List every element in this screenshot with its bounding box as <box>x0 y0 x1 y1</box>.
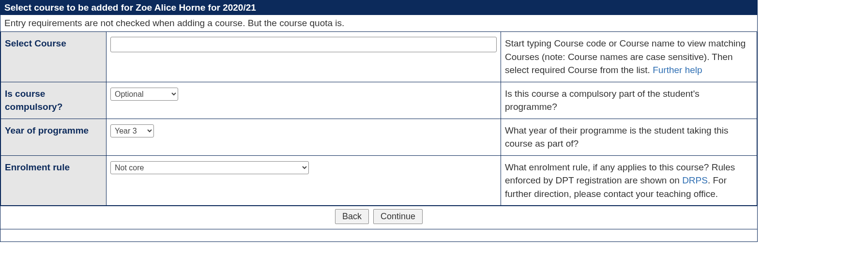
intro-text: Entry requirements are not checked when … <box>0 15 757 31</box>
help-text-select-course: Start typing Course code or Course name … <box>505 38 746 75</box>
form-table: Select Course Start typing Course code o… <box>0 31 757 206</box>
control-enrolment: Not core <box>107 155 501 206</box>
panel-title: Select course to be added for Zoe Alice … <box>0 0 757 15</box>
label-select-course: Select Course <box>1 32 107 82</box>
year-select[interactable]: Year 3 <box>110 124 154 137</box>
help-enrolment: What enrolment rule, if any applies to t… <box>501 155 757 206</box>
compulsory-select[interactable]: Optional <box>110 88 178 101</box>
further-help-link[interactable]: Further help <box>653 65 702 75</box>
control-compulsory: Optional <box>107 82 501 119</box>
control-year: Year 3 <box>107 119 501 155</box>
row-year: Year of programme Year 3 What year of th… <box>1 119 757 155</box>
button-row: Back Continue <box>0 206 757 229</box>
help-select-course: Start typing Course code or Course name … <box>501 32 757 82</box>
help-year: What year of their programme is the stud… <box>501 119 757 155</box>
course-search-input[interactable] <box>110 37 497 52</box>
footer-strip <box>0 229 757 241</box>
row-compulsory: Is course compulsory? Optional Is this c… <box>1 82 757 119</box>
continue-button[interactable]: Continue <box>373 209 423 224</box>
drps-link[interactable]: DRPS <box>682 175 708 185</box>
row-select-course: Select Course Start typing Course code o… <box>1 32 757 82</box>
add-course-panel: Select course to be added for Zoe Alice … <box>0 0 758 242</box>
back-button[interactable]: Back <box>335 209 369 224</box>
control-select-course <box>107 32 501 82</box>
label-compulsory: Is course compulsory? <box>1 82 107 119</box>
enrolment-select[interactable]: Not core <box>110 161 309 174</box>
label-year: Year of programme <box>1 119 107 155</box>
row-enrolment: Enrolment rule Not core What enrolment r… <box>1 155 757 206</box>
help-compulsory: Is this course a compulsory part of the … <box>501 82 757 119</box>
label-enrolment: Enrolment rule <box>1 155 107 206</box>
